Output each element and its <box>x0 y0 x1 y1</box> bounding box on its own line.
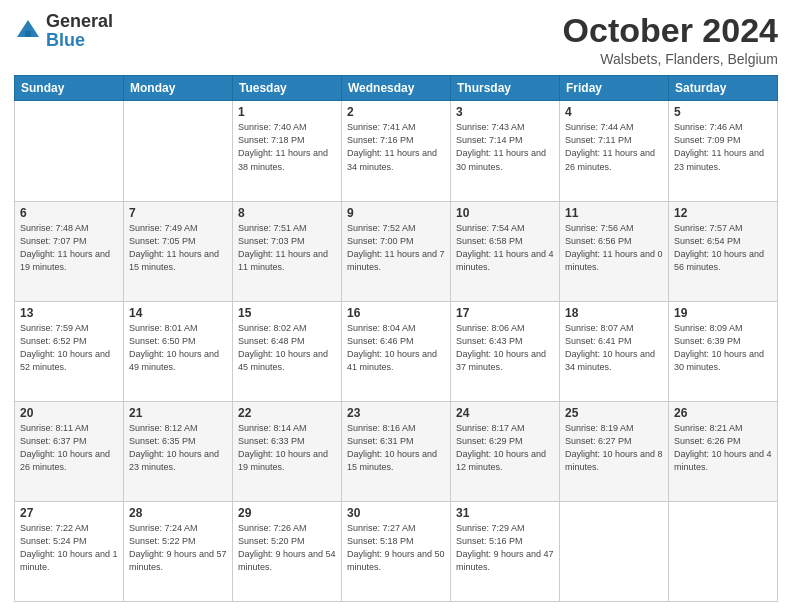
calendar-week-4: 20Sunrise: 8:11 AM Sunset: 6:37 PM Dayli… <box>15 401 778 501</box>
calendar-cell: 23Sunrise: 8:16 AM Sunset: 6:31 PM Dayli… <box>342 401 451 501</box>
col-header-thursday: Thursday <box>451 76 560 101</box>
day-number: 2 <box>347 105 445 119</box>
day-detail: Sunrise: 8:11 AM Sunset: 6:37 PM Dayligh… <box>20 422 118 474</box>
day-detail: Sunrise: 7:24 AM Sunset: 5:22 PM Dayligh… <box>129 522 227 574</box>
calendar-cell: 2Sunrise: 7:41 AM Sunset: 7:16 PM Daylig… <box>342 101 451 201</box>
day-number: 18 <box>565 306 663 320</box>
day-number: 29 <box>238 506 336 520</box>
day-detail: Sunrise: 8:07 AM Sunset: 6:41 PM Dayligh… <box>565 322 663 374</box>
day-detail: Sunrise: 7:57 AM Sunset: 6:54 PM Dayligh… <box>674 222 772 274</box>
calendar-cell: 31Sunrise: 7:29 AM Sunset: 5:16 PM Dayli… <box>451 501 560 601</box>
day-detail: Sunrise: 8:09 AM Sunset: 6:39 PM Dayligh… <box>674 322 772 374</box>
calendar-title: October 2024 <box>563 12 778 49</box>
day-number: 3 <box>456 105 554 119</box>
day-number: 27 <box>20 506 118 520</box>
day-detail: Sunrise: 7:46 AM Sunset: 7:09 PM Dayligh… <box>674 121 772 173</box>
calendar-cell: 30Sunrise: 7:27 AM Sunset: 5:18 PM Dayli… <box>342 501 451 601</box>
logo-blue: Blue <box>46 30 85 50</box>
calendar-week-5: 27Sunrise: 7:22 AM Sunset: 5:24 PM Dayli… <box>15 501 778 601</box>
day-detail: Sunrise: 8:01 AM Sunset: 6:50 PM Dayligh… <box>129 322 227 374</box>
day-detail: Sunrise: 7:49 AM Sunset: 7:05 PM Dayligh… <box>129 222 227 274</box>
calendar-cell: 19Sunrise: 8:09 AM Sunset: 6:39 PM Dayli… <box>669 301 778 401</box>
svg-rect-1 <box>25 31 31 37</box>
day-detail: Sunrise: 8:14 AM Sunset: 6:33 PM Dayligh… <box>238 422 336 474</box>
day-number: 26 <box>674 406 772 420</box>
col-header-monday: Monday <box>124 76 233 101</box>
calendar-week-1: 1Sunrise: 7:40 AM Sunset: 7:18 PM Daylig… <box>15 101 778 201</box>
day-detail: Sunrise: 7:27 AM Sunset: 5:18 PM Dayligh… <box>347 522 445 574</box>
calendar-cell: 8Sunrise: 7:51 AM Sunset: 7:03 PM Daylig… <box>233 201 342 301</box>
day-number: 17 <box>456 306 554 320</box>
calendar-cell: 26Sunrise: 8:21 AM Sunset: 6:26 PM Dayli… <box>669 401 778 501</box>
day-number: 19 <box>674 306 772 320</box>
day-detail: Sunrise: 7:22 AM Sunset: 5:24 PM Dayligh… <box>20 522 118 574</box>
calendar-cell: 4Sunrise: 7:44 AM Sunset: 7:11 PM Daylig… <box>560 101 669 201</box>
calendar-header-row: SundayMondayTuesdayWednesdayThursdayFrid… <box>15 76 778 101</box>
day-number: 30 <box>347 506 445 520</box>
calendar-cell <box>124 101 233 201</box>
calendar-week-3: 13Sunrise: 7:59 AM Sunset: 6:52 PM Dayli… <box>15 301 778 401</box>
day-number: 24 <box>456 406 554 420</box>
calendar-cell <box>560 501 669 601</box>
day-detail: Sunrise: 7:26 AM Sunset: 5:20 PM Dayligh… <box>238 522 336 574</box>
day-number: 8 <box>238 206 336 220</box>
calendar-cell: 21Sunrise: 8:12 AM Sunset: 6:35 PM Dayli… <box>124 401 233 501</box>
logo-general: General <box>46 11 113 31</box>
day-detail: Sunrise: 7:41 AM Sunset: 7:16 PM Dayligh… <box>347 121 445 173</box>
calendar-cell: 20Sunrise: 8:11 AM Sunset: 6:37 PM Dayli… <box>15 401 124 501</box>
page: General Blue October 2024 Walsbets, Flan… <box>0 0 792 612</box>
col-header-tuesday: Tuesday <box>233 76 342 101</box>
day-detail: Sunrise: 7:59 AM Sunset: 6:52 PM Dayligh… <box>20 322 118 374</box>
day-number: 12 <box>674 206 772 220</box>
day-number: 4 <box>565 105 663 119</box>
calendar-cell: 5Sunrise: 7:46 AM Sunset: 7:09 PM Daylig… <box>669 101 778 201</box>
day-number: 25 <box>565 406 663 420</box>
calendar-cell: 29Sunrise: 7:26 AM Sunset: 5:20 PM Dayli… <box>233 501 342 601</box>
logo-icon <box>14 17 42 45</box>
col-header-sunday: Sunday <box>15 76 124 101</box>
calendar-cell: 11Sunrise: 7:56 AM Sunset: 6:56 PM Dayli… <box>560 201 669 301</box>
calendar-cell: 1Sunrise: 7:40 AM Sunset: 7:18 PM Daylig… <box>233 101 342 201</box>
calendar-cell: 27Sunrise: 7:22 AM Sunset: 5:24 PM Dayli… <box>15 501 124 601</box>
day-detail: Sunrise: 7:43 AM Sunset: 7:14 PM Dayligh… <box>456 121 554 173</box>
day-number: 28 <box>129 506 227 520</box>
header-right: October 2024 Walsbets, Flanders, Belgium <box>563 12 778 67</box>
day-detail: Sunrise: 7:44 AM Sunset: 7:11 PM Dayligh… <box>565 121 663 173</box>
calendar-cell: 25Sunrise: 8:19 AM Sunset: 6:27 PM Dayli… <box>560 401 669 501</box>
calendar-cell: 17Sunrise: 8:06 AM Sunset: 6:43 PM Dayli… <box>451 301 560 401</box>
day-number: 13 <box>20 306 118 320</box>
day-detail: Sunrise: 7:29 AM Sunset: 5:16 PM Dayligh… <box>456 522 554 574</box>
calendar-cell: 3Sunrise: 7:43 AM Sunset: 7:14 PM Daylig… <box>451 101 560 201</box>
calendar-cell: 12Sunrise: 7:57 AM Sunset: 6:54 PM Dayli… <box>669 201 778 301</box>
day-detail: Sunrise: 8:06 AM Sunset: 6:43 PM Dayligh… <box>456 322 554 374</box>
day-detail: Sunrise: 7:40 AM Sunset: 7:18 PM Dayligh… <box>238 121 336 173</box>
calendar-cell: 7Sunrise: 7:49 AM Sunset: 7:05 PM Daylig… <box>124 201 233 301</box>
day-number: 14 <box>129 306 227 320</box>
day-detail: Sunrise: 7:56 AM Sunset: 6:56 PM Dayligh… <box>565 222 663 274</box>
day-detail: Sunrise: 7:51 AM Sunset: 7:03 PM Dayligh… <box>238 222 336 274</box>
calendar-cell: 6Sunrise: 7:48 AM Sunset: 7:07 PM Daylig… <box>15 201 124 301</box>
calendar-cell <box>15 101 124 201</box>
day-detail: Sunrise: 8:17 AM Sunset: 6:29 PM Dayligh… <box>456 422 554 474</box>
day-number: 7 <box>129 206 227 220</box>
day-number: 16 <box>347 306 445 320</box>
calendar-cell: 14Sunrise: 8:01 AM Sunset: 6:50 PM Dayli… <box>124 301 233 401</box>
day-number: 10 <box>456 206 554 220</box>
day-number: 31 <box>456 506 554 520</box>
day-number: 15 <box>238 306 336 320</box>
day-detail: Sunrise: 8:21 AM Sunset: 6:26 PM Dayligh… <box>674 422 772 474</box>
calendar-subtitle: Walsbets, Flanders, Belgium <box>563 51 778 67</box>
calendar-cell: 24Sunrise: 8:17 AM Sunset: 6:29 PM Dayli… <box>451 401 560 501</box>
header: General Blue October 2024 Walsbets, Flan… <box>14 12 778 67</box>
calendar-table: SundayMondayTuesdayWednesdayThursdayFrid… <box>14 75 778 602</box>
day-detail: Sunrise: 8:16 AM Sunset: 6:31 PM Dayligh… <box>347 422 445 474</box>
day-detail: Sunrise: 8:12 AM Sunset: 6:35 PM Dayligh… <box>129 422 227 474</box>
day-detail: Sunrise: 7:48 AM Sunset: 7:07 PM Dayligh… <box>20 222 118 274</box>
day-number: 20 <box>20 406 118 420</box>
col-header-friday: Friday <box>560 76 669 101</box>
day-detail: Sunrise: 8:19 AM Sunset: 6:27 PM Dayligh… <box>565 422 663 474</box>
day-number: 23 <box>347 406 445 420</box>
calendar-cell: 10Sunrise: 7:54 AM Sunset: 6:58 PM Dayli… <box>451 201 560 301</box>
day-detail: Sunrise: 7:54 AM Sunset: 6:58 PM Dayligh… <box>456 222 554 274</box>
calendar-cell: 22Sunrise: 8:14 AM Sunset: 6:33 PM Dayli… <box>233 401 342 501</box>
